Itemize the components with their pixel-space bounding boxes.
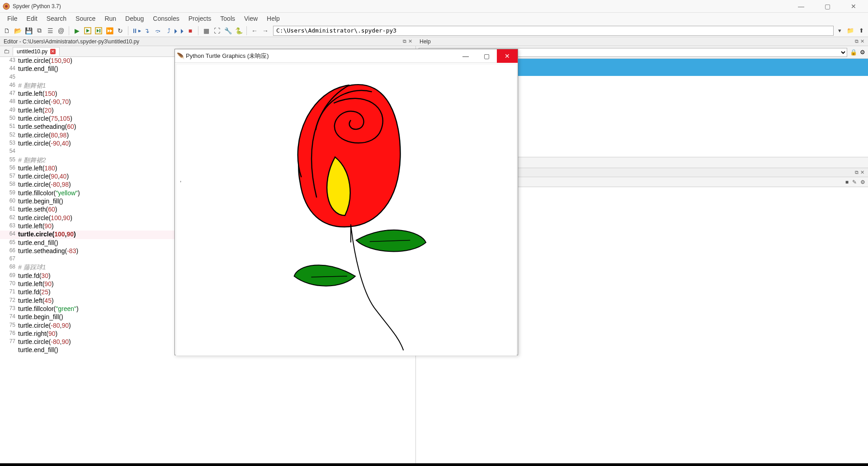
run-cell-icon[interactable] xyxy=(83,26,93,36)
svg-marker-3 xyxy=(86,29,90,33)
menu-debug[interactable]: Debug xyxy=(121,14,148,23)
line-number: 73 xyxy=(0,305,18,313)
menu-source[interactable]: Source xyxy=(71,14,100,23)
turtle-titlebar[interactable]: 🪶 Python Turtle Graphics (未响应) — ▢ ✕ xyxy=(175,49,518,63)
console-options-icon[interactable]: ⚙ xyxy=(860,179,865,185)
menu-projects[interactable]: Projects xyxy=(184,14,216,23)
line-number: 71 xyxy=(0,288,18,297)
new-file-icon[interactable]: 🗋 xyxy=(2,26,12,36)
debug-continue-icon[interactable]: ⏵⏵ xyxy=(175,26,184,36)
nav-back-icon[interactable]: ← xyxy=(250,26,259,36)
editor-pane-header: Editor - C:\Users\Administrator\.spyder-… xyxy=(0,37,416,46)
parent-dir-icon[interactable]: 📁 xyxy=(845,26,855,36)
save-all-icon[interactable]: ⧉ xyxy=(34,26,44,36)
turtle-close-button[interactable]: ✕ xyxy=(497,49,518,63)
console-clear-icon[interactable]: ✎ xyxy=(852,179,857,185)
undock-icon[interactable]: ⧉ xyxy=(855,169,859,175)
turtle-canvas: , xyxy=(176,64,517,356)
up-dir-icon[interactable]: ⬆ xyxy=(856,26,866,36)
run-cell-advance-icon[interactable] xyxy=(94,26,104,36)
rerun-icon[interactable]: ↻ xyxy=(115,26,125,36)
line-number: 65 xyxy=(0,239,18,247)
separator xyxy=(69,26,69,35)
menu-run[interactable]: Run xyxy=(100,14,121,23)
undock-icon[interactable]: ⧉ xyxy=(855,38,859,44)
menu-consoles[interactable]: Consoles xyxy=(148,14,184,23)
working-dir-input[interactable] xyxy=(273,26,834,36)
editor-tab[interactable]: untitled10.py ✕ xyxy=(13,47,60,56)
turtle-maximize-button[interactable]: ▢ xyxy=(476,49,497,63)
debug-out-icon[interactable]: ⤴ xyxy=(164,26,174,36)
menu-search[interactable]: Search xyxy=(42,14,71,23)
turtle-minimize-button[interactable]: — xyxy=(455,49,476,63)
debug-over-icon[interactable]: ⤼ xyxy=(153,26,163,36)
line-number: 53 xyxy=(0,140,18,148)
separator xyxy=(246,26,247,35)
help-pane-title: Help xyxy=(420,38,431,45)
undock-icon[interactable]: ⧉ xyxy=(403,38,406,44)
line-number: 58 xyxy=(0,181,18,189)
line-number: 60 xyxy=(0,198,18,206)
console-stop-icon[interactable]: ■ xyxy=(845,179,849,185)
tool1-icon[interactable]: ▦ xyxy=(201,26,211,36)
spyder-icon xyxy=(3,3,10,10)
save-icon[interactable]: 💾 xyxy=(24,26,33,36)
maximize-pane-icon[interactable]: ⛶ xyxy=(212,26,222,36)
line-number: 69 xyxy=(0,272,18,280)
maximize-button[interactable]: ▢ xyxy=(818,2,836,11)
tools-icon[interactable]: 🔧 xyxy=(223,26,233,36)
line-number: 49 xyxy=(0,107,18,115)
line-number: 47 xyxy=(0,90,18,98)
menu-file[interactable]: File xyxy=(3,14,22,23)
svg-marker-5 xyxy=(97,29,99,33)
line-number: 67 xyxy=(0,255,18,264)
tab-close-icon[interactable]: ✕ xyxy=(50,49,56,54)
debug-stop-icon[interactable]: ■ xyxy=(185,26,195,36)
line-number xyxy=(0,346,18,354)
line-number: 75 xyxy=(0,322,18,330)
line-number: 76 xyxy=(0,330,18,338)
options-gear-icon[interactable]: ⚙ xyxy=(860,49,865,56)
line-number: 43 xyxy=(0,57,18,65)
svg-text:,: , xyxy=(180,177,181,183)
app-titlebar: Spyder (Python 3.7) — ▢ ✕ xyxy=(0,0,868,13)
svg-point-1 xyxy=(5,5,8,8)
line-number: 63 xyxy=(0,222,18,231)
nav-forward-icon[interactable]: → xyxy=(260,26,270,36)
separator xyxy=(128,26,128,35)
run-icon[interactable]: ▶ xyxy=(72,26,82,36)
debug-into-icon[interactable]: ↴ xyxy=(142,26,152,36)
line-number: 56 xyxy=(0,165,18,173)
python-path-icon[interactable]: 🐍 xyxy=(234,26,244,36)
menu-view[interactable]: View xyxy=(240,14,262,23)
menu-help[interactable]: Help xyxy=(262,14,284,23)
line-number: 64 xyxy=(0,231,18,239)
line-number: 55 xyxy=(0,156,18,165)
close-button[interactable]: ✕ xyxy=(844,2,863,11)
line-number: 61 xyxy=(0,206,18,214)
open-file-icon[interactable]: 📂 xyxy=(13,26,23,36)
menu-edit[interactable]: Edit xyxy=(22,14,42,23)
help-pane-header: Help ⧉ ✕ xyxy=(416,37,868,46)
close-pane-icon[interactable]: ✕ xyxy=(860,38,864,44)
line-number: 66 xyxy=(0,247,18,255)
line-number: 52 xyxy=(0,132,18,140)
run-selection-icon[interactable]: ⏩ xyxy=(104,26,114,36)
lock-icon[interactable]: 🔒 xyxy=(850,49,857,56)
file-browser-icon[interactable]: 🗀 xyxy=(2,48,11,55)
dropdown-icon[interactable]: ▾ xyxy=(835,26,844,36)
line-number: 50 xyxy=(0,115,18,123)
line-number: 70 xyxy=(0,280,18,288)
close-pane-icon[interactable]: ✕ xyxy=(860,169,864,175)
turtle-graphics-window[interactable]: 🪶 Python Turtle Graphics (未响应) — ▢ ✕ xyxy=(175,49,518,355)
line-number: 72 xyxy=(0,297,18,305)
debug-step-icon[interactable]: ⏸▶ xyxy=(131,26,141,36)
main-toolbar: 🗋 📂 💾 ⧉ ☰ @ ▶ ⏩ ↻ ⏸▶ ↴ ⤼ ⤴ ⏵⏵ ■ ▦ ⛶ 🔧 🐍 … xyxy=(0,24,868,37)
close-pane-icon[interactable]: ✕ xyxy=(408,38,412,44)
at-icon[interactable]: @ xyxy=(56,26,66,36)
minimize-button[interactable]: — xyxy=(792,2,810,11)
svg-rect-6 xyxy=(99,29,100,33)
list-icon[interactable]: ☰ xyxy=(45,26,55,36)
menu-tools[interactable]: Tools xyxy=(216,14,240,23)
line-number: 62 xyxy=(0,214,18,222)
